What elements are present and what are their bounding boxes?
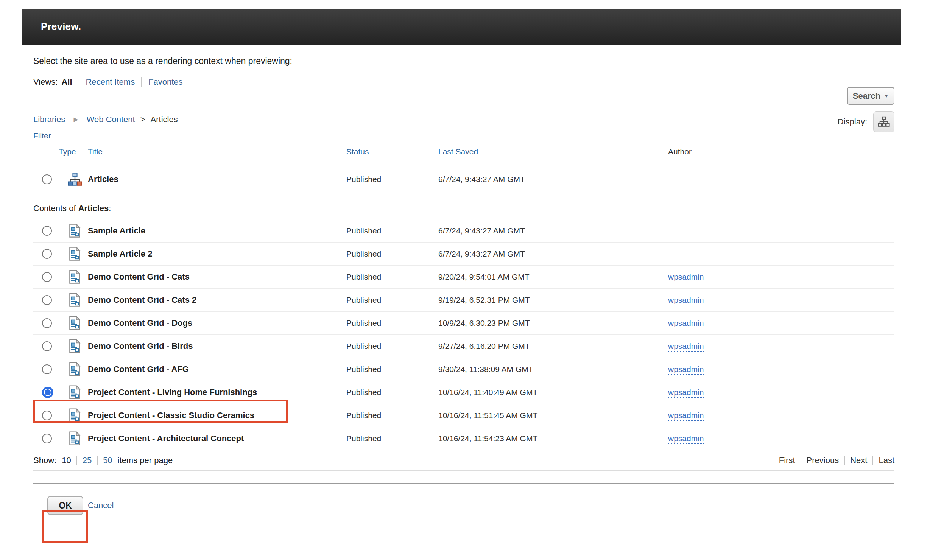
- divider: [141, 77, 142, 87]
- row-title[interactable]: Project Content - Living Home Furnishing…: [88, 387, 346, 397]
- row-title[interactable]: Articles: [88, 174, 346, 184]
- row-title[interactable]: Demo Content Grid - Dogs: [88, 318, 346, 328]
- row-title[interactable]: Demo Content Grid - Birds: [88, 341, 346, 351]
- row-author-link[interactable]: wpsadmin: [668, 411, 704, 420]
- row-author-link[interactable]: wpsadmin: [668, 319, 704, 327]
- dialog-titlebar: Preview.: [22, 9, 901, 45]
- display-control: Display:: [838, 111, 894, 132]
- row-radio-button[interactable]: [42, 295, 52, 305]
- table-row[interactable]: Sample Article Published 6/7/24, 9:43:27…: [33, 219, 894, 243]
- page-nav-last[interactable]: Last: [879, 456, 894, 465]
- content-document-icon: [67, 246, 82, 261]
- views-item-all[interactable]: All: [61, 76, 72, 88]
- row-author-link[interactable]: wpsadmin: [668, 434, 704, 443]
- divider: [97, 456, 98, 465]
- row-author-link[interactable]: wpsadmin: [668, 272, 704, 281]
- views-bar: Views: All Recent Items Favorites: [33, 76, 894, 88]
- site-area-icon: [67, 173, 83, 186]
- column-header-type[interactable]: Type: [59, 147, 88, 156]
- table-row[interactable]: Demo Content Grid - Cats 2 Published 9/1…: [33, 289, 894, 312]
- column-header-last-saved[interactable]: Last Saved: [438, 147, 668, 156]
- content-document-icon: [67, 431, 82, 446]
- row-last-saved: 9/20/24, 9:54:01 AM GMT: [438, 272, 668, 282]
- items-per-page-label: items per page: [118, 456, 173, 465]
- content-document-icon: [67, 223, 82, 238]
- row-title[interactable]: Sample Article 2: [88, 249, 346, 259]
- page-size-option-25[interactable]: 25: [83, 456, 92, 465]
- table-row[interactable]: Demo Content Grid - Dogs Published 10/9/…: [33, 312, 894, 335]
- row-radio-button[interactable]: [42, 272, 52, 282]
- breadcrumb-libraries[interactable]: Libraries: [33, 115, 65, 124]
- table-row[interactable]: Demo Content Grid - Birds Published 9/27…: [33, 335, 894, 358]
- table-row[interactable]: Sample Article 2 Published 6/7/24, 9:43:…: [33, 243, 894, 266]
- row-radio-button[interactable]: [42, 434, 52, 443]
- row-last-saved: 9/27/24, 6:16:20 PM GMT: [438, 342, 668, 351]
- row-radio-button[interactable]: [42, 364, 52, 374]
- table-row[interactable]: Project Content - Architectural Concept …: [33, 427, 894, 450]
- row-status: Published: [346, 226, 438, 235]
- page-nav-previous[interactable]: Previous: [807, 456, 839, 465]
- views-item-favorites[interactable]: Favorites: [148, 76, 182, 88]
- table-row[interactable]: Demo Content Grid - Cats Published 9/20/…: [33, 266, 894, 289]
- row-title[interactable]: Demo Content Grid - Cats: [88, 272, 346, 282]
- row-radio-button[interactable]: [42, 411, 52, 420]
- row-radio-button[interactable]: [42, 249, 52, 259]
- breadcrumb-web-content[interactable]: Web Content: [87, 115, 135, 124]
- row-author-link[interactable]: wpsadmin: [668, 365, 704, 373]
- row-radio-button[interactable]: [42, 341, 52, 351]
- row-status: Published: [346, 296, 438, 305]
- content-document-icon: [67, 408, 82, 423]
- display-mode-button[interactable]: [873, 111, 894, 132]
- content-document-icon: [67, 292, 82, 308]
- page-size-option-50[interactable]: 50: [103, 456, 112, 465]
- content-document-icon: [67, 431, 82, 446]
- annotation-ok-button-highlight: [42, 510, 88, 543]
- row-status: Published: [346, 388, 438, 397]
- contents-of-suffix: :: [109, 204, 111, 213]
- row-title[interactable]: Project Content - Architectural Concept: [88, 434, 346, 443]
- row-radio-button[interactable]: [42, 318, 52, 328]
- table-row[interactable]: Demo Content Grid - AFG Published 9/30/2…: [33, 358, 894, 381]
- page-nav-next[interactable]: Next: [850, 456, 867, 465]
- row-author-link[interactable]: wpsadmin: [668, 296, 704, 304]
- divider: [33, 483, 894, 484]
- dialog-content: Select the site area to use as a renderi…: [33, 45, 894, 515]
- content-document-icon: [67, 292, 82, 308]
- column-header-status[interactable]: Status: [346, 147, 438, 156]
- row-status: Published: [346, 319, 438, 328]
- row-title[interactable]: Sample Article: [88, 226, 346, 236]
- column-header-title[interactable]: Title: [88, 147, 346, 156]
- page-nav-first[interactable]: First: [779, 456, 795, 465]
- site-area-icon: [67, 173, 83, 186]
- table-row[interactable]: Project Content - Living Home Furnishing…: [33, 381, 894, 404]
- views-item-recent-items[interactable]: Recent Items: [86, 76, 135, 88]
- divider: [844, 456, 845, 465]
- content-document-icon: [67, 269, 82, 285]
- dialog-footer: OK Cancel: [33, 496, 894, 515]
- row-status: Published: [346, 411, 438, 420]
- ok-button[interactable]: OK: [47, 496, 83, 515]
- breadcrumb-current: Articles: [151, 115, 178, 124]
- content-document-icon: [67, 339, 82, 354]
- row-last-saved: 10/16/24, 11:54:23 AM GMT: [438, 434, 668, 443]
- row-author-link[interactable]: wpsadmin: [668, 388, 704, 397]
- page-size-current: 10: [62, 456, 71, 465]
- row-title[interactable]: Demo Content Grid - Cats 2: [88, 295, 346, 305]
- filter-bar: Filter: [33, 131, 894, 141]
- row-radio-button[interactable]: [42, 387, 53, 398]
- contents-of-label: Contents of Articles:: [33, 197, 894, 219]
- row-title[interactable]: Demo Content Grid - AFG: [88, 364, 346, 374]
- row-title[interactable]: Project Content - Classic Studio Ceramic…: [88, 411, 346, 420]
- row-last-saved: 10/16/24, 11:51:45 AM GMT: [438, 411, 668, 420]
- filter-link[interactable]: Filter: [33, 131, 51, 140]
- site-area-row[interactable]: Articles Published 6/7/24, 9:43:27 AM GM…: [33, 162, 894, 197]
- content-document-icon: [67, 385, 82, 400]
- cancel-link[interactable]: Cancel: [88, 501, 114, 510]
- content-document-icon: [67, 269, 82, 285]
- search-button[interactable]: Search ▼: [847, 87, 894, 105]
- table-row[interactable]: Project Content - Classic Studio Ceramic…: [33, 404, 894, 427]
- row-radio-button[interactable]: [42, 174, 52, 184]
- row-radio-button[interactable]: [42, 226, 52, 236]
- row-last-saved: 10/16/24, 11:40:49 AM GMT: [438, 388, 668, 397]
- row-author-link[interactable]: wpsadmin: [668, 342, 704, 350]
